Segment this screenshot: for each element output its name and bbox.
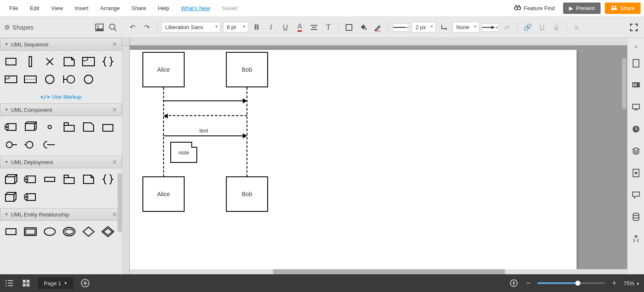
page-panel-icon[interactable] xyxy=(630,57,642,69)
shape-note[interactable] xyxy=(61,54,78,69)
line-style-select[interactable]: ▾ xyxy=(392,23,409,32)
slides-panel-icon[interactable] xyxy=(630,101,642,113)
collapse-right-button[interactable]: « xyxy=(632,41,640,52)
chat-panel-icon[interactable] xyxy=(630,189,642,201)
shape-component2[interactable] xyxy=(22,172,39,187)
undo-button[interactable]: ↶ xyxy=(126,22,138,33)
shape-activation[interactable] xyxy=(22,54,39,69)
menu-share[interactable]: Share xyxy=(126,1,152,16)
shape-frame[interactable] xyxy=(80,54,97,69)
lifeline-bob-bottom[interactable]: Bob xyxy=(226,176,268,212)
data-panel-icon[interactable] xyxy=(630,211,642,223)
shape-artifact[interactable] xyxy=(80,119,97,135)
menu-whats-new[interactable]: What's New xyxy=(175,1,216,16)
lock-button[interactable] xyxy=(550,22,562,33)
link-button[interactable]: 🔗 xyxy=(522,22,534,33)
text-tool-button[interactable]: T xyxy=(322,22,334,33)
align-button[interactable] xyxy=(308,22,320,33)
zoom-out-button[interactable]: − xyxy=(523,278,533,288)
shape-group-uml-deployment[interactable]: ▼ UML Deployment ✕ xyxy=(0,156,122,168)
magnet-button[interactable] xyxy=(536,22,548,33)
shape-node[interactable] xyxy=(99,119,116,135)
shape-relationship[interactable] xyxy=(80,224,97,239)
shape-cube[interactable] xyxy=(3,189,19,205)
page[interactable]: Alice Bob text note Alice Bob xyxy=(130,50,577,278)
message-2-return[interactable] xyxy=(164,115,247,116)
shape-group-uml-er[interactable]: ▼ UML Entity Relationship ✕ xyxy=(0,208,122,221)
add-page-button[interactable] xyxy=(80,278,90,288)
menu-arrange[interactable]: Arrange xyxy=(94,1,126,16)
text-color-button[interactable]: A xyxy=(294,22,306,33)
present-button[interactable]: ▶ Present xyxy=(563,3,601,14)
fill-shape-button[interactable] xyxy=(343,22,355,33)
shape-group-uml-sequence[interactable]: ▼ UML Sequence ✕ xyxy=(0,38,122,51)
redo-button[interactable]: ↷ xyxy=(141,22,153,33)
actions-panel-icon[interactable] xyxy=(630,233,642,245)
lifeline-alice-top[interactable]: Alice xyxy=(142,52,185,87)
image-icon[interactable] xyxy=(94,22,105,32)
shape-brace2[interactable] xyxy=(99,172,116,187)
shape-weak-relationship[interactable] xyxy=(99,224,116,239)
line-route-button[interactable] xyxy=(438,22,450,33)
shape-endpoint[interactable] xyxy=(41,72,58,87)
cursor-tool-button[interactable] xyxy=(571,22,583,33)
menu-insert[interactable]: Insert xyxy=(69,1,94,16)
shape-component-box[interactable] xyxy=(22,119,39,135)
shapes-button[interactable]: ⚙ Shapes xyxy=(4,24,34,31)
message-1[interactable] xyxy=(164,100,246,101)
sidebar-scrollbar[interactable] xyxy=(118,173,122,232)
shape-package[interactable] xyxy=(61,119,78,135)
fullscreen-button[interactable] xyxy=(628,22,640,33)
underline-button[interactable]: U xyxy=(279,22,291,33)
shape-entity[interactable] xyxy=(80,72,97,87)
shape-node3d[interactable] xyxy=(3,172,19,187)
border-color-button[interactable] xyxy=(372,22,384,33)
font-family-select[interactable]: Liberation Sans xyxy=(161,22,220,32)
note-box[interactable]: note xyxy=(170,142,197,163)
shape-weak-entity[interactable] xyxy=(22,224,39,239)
masterpage-panel-icon[interactable] xyxy=(630,167,642,179)
shape-attribute[interactable] xyxy=(41,224,58,239)
shape-object[interactable] xyxy=(3,54,19,69)
shape-component[interactable] xyxy=(3,119,19,135)
line-end-select[interactable]: ▾ xyxy=(482,23,499,32)
lifeline-bob-top[interactable]: Bob xyxy=(226,52,268,87)
close-icon[interactable]: ✕ xyxy=(112,41,117,48)
zoom-level[interactable]: 75% ▼ xyxy=(623,280,640,287)
font-size-select[interactable]: 8 pt xyxy=(223,22,248,32)
outline-view-icon[interactable] xyxy=(4,278,14,288)
share-button[interactable]: Share xyxy=(605,3,641,14)
history-panel-icon[interactable] xyxy=(630,123,642,135)
shape-destroy[interactable] xyxy=(41,54,58,69)
use-markup-link[interactable]: </>Use Markup xyxy=(0,90,122,103)
menu-edit[interactable]: Edit xyxy=(24,1,45,16)
close-icon[interactable]: ✕ xyxy=(112,211,117,218)
shape-port[interactable] xyxy=(41,119,58,135)
menu-file[interactable]: File xyxy=(3,1,24,16)
menu-view[interactable]: View xyxy=(45,1,69,16)
shape-object2[interactable] xyxy=(41,172,58,187)
shape-boundary[interactable] xyxy=(61,72,78,87)
bold-button[interactable]: B xyxy=(251,22,263,33)
shape-artifact2[interactable] xyxy=(80,172,97,187)
comment-panel-icon[interactable] xyxy=(630,79,642,91)
shape-multi-attribute[interactable] xyxy=(61,224,78,239)
message-3-label[interactable]: text xyxy=(199,127,208,134)
line-width-select[interactable]: 2 px xyxy=(412,22,436,32)
shape-group-uml-component[interactable]: ▼ UML Component ✕ xyxy=(0,103,122,116)
zoom-slider[interactable] xyxy=(537,282,605,284)
lifeline-alice-bottom[interactable]: Alice xyxy=(142,176,185,212)
shape-device[interactable] xyxy=(22,189,39,205)
shape-socket[interactable] xyxy=(41,137,58,152)
shape-alt-fragment[interactable] xyxy=(22,72,39,87)
search-icon[interactable] xyxy=(108,22,118,32)
compass-icon[interactable] xyxy=(509,278,519,288)
shape-required-interface[interactable] xyxy=(22,137,39,152)
canvas-scrollbar-vertical[interactable] xyxy=(622,58,626,109)
shape-provided-interface[interactable] xyxy=(3,137,19,152)
shape-brace[interactable] xyxy=(99,54,116,69)
feature-find-button[interactable]: Feature Find xyxy=(510,2,559,14)
line-start-select[interactable]: None xyxy=(453,22,479,32)
close-icon[interactable]: ✕ xyxy=(112,159,117,165)
layers-panel-icon[interactable] xyxy=(630,145,642,157)
